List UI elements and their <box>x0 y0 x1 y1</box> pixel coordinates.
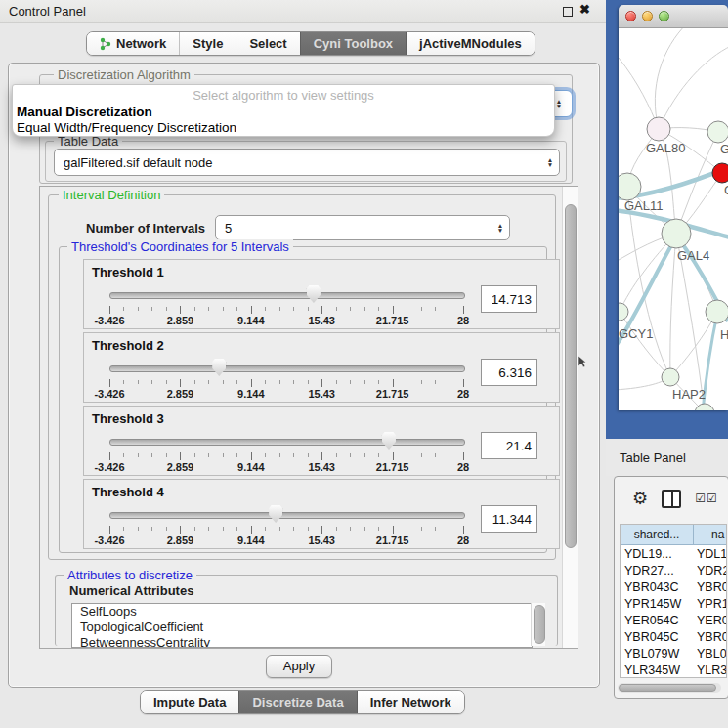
thresholds-group: Threshold's Coordinates for 5 Intervals … <box>59 246 547 553</box>
network-node[interactable] <box>619 303 628 321</box>
slider-ticks <box>109 306 464 314</box>
table-row[interactable]: YBR045CYBR0 <box>621 628 726 645</box>
table-data-combo[interactable]: galFiltered.sif default node ▲▼ <box>54 149 560 176</box>
numerical-attributes-list[interactable]: SelfLoopsTopologicalCoefficientBetweenne… <box>71 603 533 648</box>
threshold-4-value-field[interactable]: 11.344 <box>481 505 537 533</box>
number-of-intervals-label: Number of Intervals <box>86 221 205 236</box>
threshold-2-value-field[interactable]: 6.316 <box>481 359 537 386</box>
network-window-titlebar[interactable] <box>619 5 728 28</box>
table-panel-title: Table Panel <box>620 450 686 465</box>
float-window-icon[interactable] <box>563 7 573 17</box>
network-node-label: HAP2 <box>672 387 706 402</box>
table-row[interactable]: YBR043CYBR0 <box>621 578 726 595</box>
dropdown-option-equal-width[interactable]: Equal Width/Frequency Discretization <box>17 120 236 135</box>
screen: Control Panel ✖ Network Style Select Cyn… <box>0 0 728 728</box>
close-icon[interactable]: ✖ <box>579 2 590 17</box>
network-node[interactable] <box>662 368 679 386</box>
slider-handle[interactable] <box>382 432 396 450</box>
table-row[interactable]: YPR145WYPR1 <box>621 595 726 612</box>
cell-shared-name: YDR27... <box>621 564 697 578</box>
cell-shared-name: YPR145W <box>621 597 697 611</box>
vertical-scrollbar-thumb[interactable] <box>565 204 577 548</box>
slider-track[interactable] <box>109 365 465 372</box>
slider-handle[interactable] <box>307 285 321 303</box>
slider-handle[interactable] <box>269 505 282 523</box>
slider-tick-label: 28 <box>457 388 469 400</box>
slider-tick-labels: -3.4262.8599.14415.4321.71528 <box>109 388 464 400</box>
tab-impute-data-label: Impute Data <box>153 695 226 709</box>
network-node[interactable] <box>706 300 728 323</box>
combo-arrows-icon: ▲▼ <box>492 223 509 233</box>
cell-shared-name: YBR043C <box>621 580 697 594</box>
attribute-list-item[interactable]: BetweennessCentrality <box>72 635 532 648</box>
table-header-row: shared... na <box>621 525 726 545</box>
tab-jactivemnodules[interactable]: jActiveMNodules <box>406 32 535 55</box>
slider-track[interactable] <box>109 439 465 446</box>
network-edge[interactable] <box>670 234 676 377</box>
slider-track[interactable] <box>109 512 465 519</box>
network-edge[interactable] <box>620 312 670 377</box>
column-layout-icon[interactable] <box>662 490 681 508</box>
threshold-3-value-field[interactable]: 21.4 <box>481 432 537 459</box>
table-row[interactable]: YER054CYER0 <box>621 612 726 628</box>
tab-impute-data[interactable]: Impute Data <box>141 691 238 713</box>
tab-style[interactable]: Style <box>179 32 236 55</box>
slider-tick-label: 21.715 <box>376 535 409 546</box>
tab-cyni-toolbox[interactable]: Cyni Toolbox <box>300 32 406 55</box>
table-row[interactable]: YDL19...YDL1 <box>621 545 726 562</box>
threshold-3-label: Threshold 3 <box>92 411 164 426</box>
tab-infer-network[interactable]: Infer Network <box>357 691 464 713</box>
threshold-1-value-field[interactable]: 14.713 <box>481 285 537 313</box>
attribute-list-item[interactable]: SelfLoops <box>72 604 532 620</box>
vertical-scrollbar[interactable] <box>562 187 578 648</box>
network-edge[interactable] <box>619 58 659 129</box>
network-edge[interactable] <box>659 46 728 129</box>
network-node-label: H <box>720 327 728 342</box>
network-node[interactable] <box>647 117 670 141</box>
table-row[interactable]: YDR27...YDR2 <box>621 562 726 578</box>
tab-select-label: Select <box>249 36 286 51</box>
close-light-icon[interactable] <box>625 11 636 21</box>
cell-name: YBR0 <box>697 630 726 644</box>
tab-network[interactable]: Network <box>87 32 179 55</box>
cell-shared-name: YER054C <box>621 614 697 627</box>
table-window: ⚙ ☑☑ shared... na YDL19...YDL1YDR27...YD… <box>614 476 728 699</box>
network-node[interactable] <box>619 173 641 200</box>
gear-icon[interactable]: ⚙ <box>632 490 648 507</box>
network-node[interactable] <box>695 404 714 410</box>
cell-shared-name: YDL19... <box>621 547 697 561</box>
tab-select[interactable]: Select <box>236 32 299 55</box>
cell-shared-name: YLR345W <box>621 664 697 677</box>
column-header-name[interactable]: na <box>694 525 726 544</box>
attributes-list-scrollbar[interactable] <box>531 603 545 646</box>
attributes-scrollbar-thumb[interactable] <box>534 605 545 644</box>
table-data-combo-value: galFiltered.sif default node <box>55 155 541 170</box>
table-data-group: Table Data galFiltered.sif default node … <box>45 141 567 182</box>
table-row[interactable]: YBL079WYBL0 <box>621 645 726 662</box>
network-edge[interactable] <box>655 28 687 129</box>
number-of-intervals-combo[interactable]: 5 ▲▼ <box>215 215 510 240</box>
slider-tick-label: 2.859 <box>167 461 194 473</box>
table-row[interactable]: YLR345WYLR3 <box>621 662 726 678</box>
slider-tick-label: 15.43 <box>308 388 335 400</box>
zoom-light-icon[interactable] <box>659 11 669 21</box>
slider-tick-label: 2.859 <box>167 535 194 546</box>
table-toolbar: ⚙ ☑☑ <box>615 477 728 520</box>
cell-name: YBR0 <box>697 580 726 594</box>
slider-handle[interactable] <box>212 359 226 376</box>
tab-discretize-data[interactable]: Discretize Data <box>238 691 356 713</box>
control-panel-titlebar: Control Panel ✖ <box>0 0 606 23</box>
network-node[interactable] <box>707 121 728 143</box>
checkbox-icons[interactable]: ☑☑ <box>695 492 718 505</box>
network-node[interactable] <box>712 163 728 183</box>
apply-button[interactable]: Apply <box>266 655 332 678</box>
dropdown-option-manual[interactable]: Manual Discretization <box>17 105 152 119</box>
network-node[interactable] <box>662 219 691 248</box>
network-canvas[interactable]: GAL80GACGAL11GAL4GCY1HHAP2 <box>619 28 728 410</box>
attribute-list-item[interactable]: TopologicalCoefficient <box>72 620 532 635</box>
horizontal-scrollbar[interactable] <box>618 683 721 693</box>
horizontal-scrollbar-thumb[interactable] <box>619 684 716 692</box>
slider-track[interactable] <box>109 292 465 299</box>
minimize-light-icon[interactable] <box>642 11 653 21</box>
column-header-shared-name[interactable]: shared... <box>621 525 694 544</box>
